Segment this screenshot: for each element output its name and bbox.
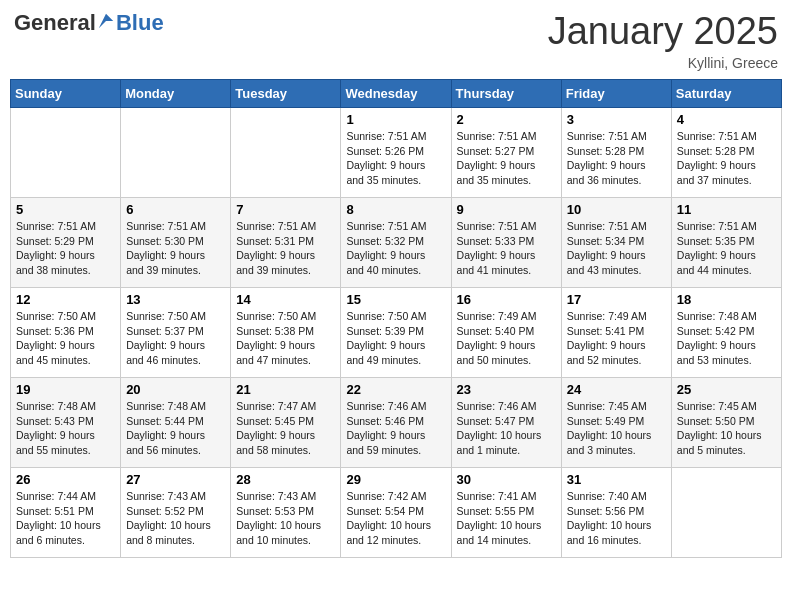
cell-content: Sunrise: 7:50 AMSunset: 5:39 PMDaylight:… [346,309,445,368]
day-number: 20 [126,382,225,397]
calendar-cell: 27Sunrise: 7:43 AMSunset: 5:52 PMDayligh… [121,468,231,558]
day-number: 2 [457,112,556,127]
cell-content: Sunrise: 7:50 AMSunset: 5:36 PMDaylight:… [16,309,115,368]
calendar-cell: 22Sunrise: 7:46 AMSunset: 5:46 PMDayligh… [341,378,451,468]
cell-content: Sunrise: 7:40 AMSunset: 5:56 PMDaylight:… [567,489,666,548]
day-header-sunday: Sunday [11,80,121,108]
day-number: 29 [346,472,445,487]
cell-content: Sunrise: 7:42 AMSunset: 5:54 PMDaylight:… [346,489,445,548]
day-number: 12 [16,292,115,307]
day-header-thursday: Thursday [451,80,561,108]
cell-content: Sunrise: 7:46 AMSunset: 5:47 PMDaylight:… [457,399,556,458]
day-number: 3 [567,112,666,127]
calendar-cell: 11Sunrise: 7:51 AMSunset: 5:35 PMDayligh… [671,198,781,288]
day-number: 8 [346,202,445,217]
calendar-cell [231,108,341,198]
location-subtitle: Kyllini, Greece [548,55,778,71]
day-number: 10 [567,202,666,217]
day-number: 14 [236,292,335,307]
calendar-cell: 24Sunrise: 7:45 AMSunset: 5:49 PMDayligh… [561,378,671,468]
day-number: 27 [126,472,225,487]
day-number: 25 [677,382,776,397]
page-header: General Blue January 2025 Kyllini, Greec… [10,10,782,71]
calendar-cell: 19Sunrise: 7:48 AMSunset: 5:43 PMDayligh… [11,378,121,468]
cell-content: Sunrise: 7:51 AMSunset: 5:31 PMDaylight:… [236,219,335,278]
day-number: 19 [16,382,115,397]
calendar-cell: 28Sunrise: 7:43 AMSunset: 5:53 PMDayligh… [231,468,341,558]
cell-content: Sunrise: 7:43 AMSunset: 5:52 PMDaylight:… [126,489,225,548]
day-number: 1 [346,112,445,127]
calendar-cell: 3Sunrise: 7:51 AMSunset: 5:28 PMDaylight… [561,108,671,198]
cell-content: Sunrise: 7:41 AMSunset: 5:55 PMDaylight:… [457,489,556,548]
calendar-week-row: 1Sunrise: 7:51 AMSunset: 5:26 PMDaylight… [11,108,782,198]
day-header-tuesday: Tuesday [231,80,341,108]
calendar-week-row: 19Sunrise: 7:48 AMSunset: 5:43 PMDayligh… [11,378,782,468]
calendar-cell: 30Sunrise: 7:41 AMSunset: 5:55 PMDayligh… [451,468,561,558]
calendar-table: SundayMondayTuesdayWednesdayThursdayFrid… [10,79,782,558]
day-number: 24 [567,382,666,397]
day-number: 11 [677,202,776,217]
calendar-cell: 17Sunrise: 7:49 AMSunset: 5:41 PMDayligh… [561,288,671,378]
cell-content: Sunrise: 7:51 AMSunset: 5:27 PMDaylight:… [457,129,556,188]
cell-content: Sunrise: 7:51 AMSunset: 5:32 PMDaylight:… [346,219,445,278]
day-number: 26 [16,472,115,487]
cell-content: Sunrise: 7:51 AMSunset: 5:28 PMDaylight:… [567,129,666,188]
calendar-cell: 31Sunrise: 7:40 AMSunset: 5:56 PMDayligh… [561,468,671,558]
cell-content: Sunrise: 7:51 AMSunset: 5:34 PMDaylight:… [567,219,666,278]
day-number: 22 [346,382,445,397]
cell-content: Sunrise: 7:48 AMSunset: 5:44 PMDaylight:… [126,399,225,458]
cell-content: Sunrise: 7:45 AMSunset: 5:49 PMDaylight:… [567,399,666,458]
cell-content: Sunrise: 7:48 AMSunset: 5:42 PMDaylight:… [677,309,776,368]
cell-content: Sunrise: 7:50 AMSunset: 5:37 PMDaylight:… [126,309,225,368]
day-number: 17 [567,292,666,307]
calendar-cell: 10Sunrise: 7:51 AMSunset: 5:34 PMDayligh… [561,198,671,288]
calendar-week-row: 5Sunrise: 7:51 AMSunset: 5:29 PMDaylight… [11,198,782,288]
calendar-cell [671,468,781,558]
calendar-header-row: SundayMondayTuesdayWednesdayThursdayFrid… [11,80,782,108]
calendar-cell [11,108,121,198]
cell-content: Sunrise: 7:49 AMSunset: 5:40 PMDaylight:… [457,309,556,368]
calendar-cell: 8Sunrise: 7:51 AMSunset: 5:32 PMDaylight… [341,198,451,288]
cell-content: Sunrise: 7:46 AMSunset: 5:46 PMDaylight:… [346,399,445,458]
calendar-cell: 2Sunrise: 7:51 AMSunset: 5:27 PMDaylight… [451,108,561,198]
logo-general-text: General [14,10,96,36]
day-number: 9 [457,202,556,217]
day-header-monday: Monday [121,80,231,108]
logo-blue-text: Blue [116,10,164,36]
cell-content: Sunrise: 7:51 AMSunset: 5:35 PMDaylight:… [677,219,776,278]
calendar-cell: 13Sunrise: 7:50 AMSunset: 5:37 PMDayligh… [121,288,231,378]
cell-content: Sunrise: 7:44 AMSunset: 5:51 PMDaylight:… [16,489,115,548]
cell-content: Sunrise: 7:51 AMSunset: 5:33 PMDaylight:… [457,219,556,278]
calendar-cell: 15Sunrise: 7:50 AMSunset: 5:39 PMDayligh… [341,288,451,378]
calendar-cell: 5Sunrise: 7:51 AMSunset: 5:29 PMDaylight… [11,198,121,288]
day-number: 18 [677,292,776,307]
day-number: 21 [236,382,335,397]
cell-content: Sunrise: 7:51 AMSunset: 5:28 PMDaylight:… [677,129,776,188]
day-number: 28 [236,472,335,487]
month-title: January 2025 [548,10,778,53]
calendar-cell: 26Sunrise: 7:44 AMSunset: 5:51 PMDayligh… [11,468,121,558]
day-number: 13 [126,292,225,307]
day-number: 23 [457,382,556,397]
calendar-cell: 18Sunrise: 7:48 AMSunset: 5:42 PMDayligh… [671,288,781,378]
calendar-week-row: 12Sunrise: 7:50 AMSunset: 5:36 PMDayligh… [11,288,782,378]
day-number: 7 [236,202,335,217]
cell-content: Sunrise: 7:48 AMSunset: 5:43 PMDaylight:… [16,399,115,458]
calendar-cell: 6Sunrise: 7:51 AMSunset: 5:30 PMDaylight… [121,198,231,288]
day-header-wednesday: Wednesday [341,80,451,108]
calendar-cell [121,108,231,198]
day-header-friday: Friday [561,80,671,108]
calendar-cell: 16Sunrise: 7:49 AMSunset: 5:40 PMDayligh… [451,288,561,378]
day-number: 31 [567,472,666,487]
calendar-cell: 1Sunrise: 7:51 AMSunset: 5:26 PMDaylight… [341,108,451,198]
logo: General Blue [14,10,164,36]
logo-icon [97,12,115,30]
day-number: 5 [16,202,115,217]
cell-content: Sunrise: 7:47 AMSunset: 5:45 PMDaylight:… [236,399,335,458]
calendar-cell: 20Sunrise: 7:48 AMSunset: 5:44 PMDayligh… [121,378,231,468]
day-number: 30 [457,472,556,487]
cell-content: Sunrise: 7:51 AMSunset: 5:29 PMDaylight:… [16,219,115,278]
calendar-cell: 9Sunrise: 7:51 AMSunset: 5:33 PMDaylight… [451,198,561,288]
cell-content: Sunrise: 7:51 AMSunset: 5:30 PMDaylight:… [126,219,225,278]
title-block: January 2025 Kyllini, Greece [548,10,778,71]
